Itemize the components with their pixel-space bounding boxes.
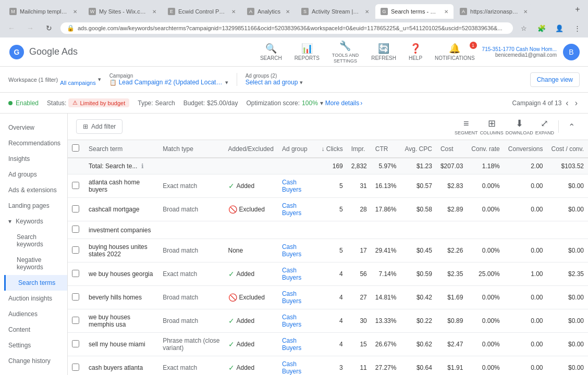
sidebar-item-search-terms[interactable]: Search terms: [4, 275, 67, 291]
extensions-button[interactable]: 🧩: [535, 21, 548, 35]
row-checkbox-1[interactable]: [72, 205, 79, 213]
browser-tab-6[interactable]: GSearch terms - Ce...✕: [375, 4, 454, 19]
ad-group-link[interactable]: Cash Buyers: [282, 202, 301, 217]
bookmark-button[interactable]: ☆: [517, 21, 531, 35]
browser-tab-2[interactable]: WMy Sites - Wix.com✕: [83, 4, 162, 19]
sidebar-item-ads-extensions[interactable]: Ads & extensions: [0, 182, 67, 198]
sidebar-item-content[interactable]: Content: [0, 322, 67, 338]
row-checkbox-7[interactable]: [72, 340, 79, 347]
address-bar[interactable]: 🔒 ads.google.com/aw/keywords/searchterms…: [60, 22, 513, 34]
segment-button[interactable]: ≡ SEGMENT: [455, 118, 478, 135]
next-campaign-button[interactable]: ›: [573, 96, 580, 110]
sidebar-item-change-history[interactable]: Change history: [0, 353, 67, 369]
ad-group-link[interactable]: Cash Buyers: [282, 314, 301, 328]
sidebar-item-ad-groups[interactable]: Ad groups: [0, 167, 67, 182]
row-checkbox-4[interactable]: [72, 270, 79, 277]
campaign-selector[interactable]: Campaign 📋 Lead Campaign #2 (Updated Loc…: [109, 73, 237, 86]
expand-button[interactable]: ⤢ EXPAND: [535, 118, 554, 135]
refresh-nav-button[interactable]: 🔄 REFRESH: [366, 40, 401, 64]
tab-close-6[interactable]: ✕: [444, 9, 448, 15]
header-clicks[interactable]: ↓ Clicks: [317, 140, 347, 158]
browser-tab-3[interactable]: EEcwid Control Pan...✕: [163, 4, 241, 19]
search-term-cell: we buy houses georgia: [84, 262, 158, 286]
tools-nav-button[interactable]: 🔧 TOOLS ANDSETTINGS: [327, 37, 364, 67]
avg-cpc-cell: $0.64: [400, 356, 436, 376]
row-checkbox-5[interactable]: [72, 293, 79, 301]
collapse-button[interactable]: ⌃: [563, 118, 580, 135]
prev-campaign-button[interactable]: ‹: [564, 96, 570, 110]
columns-button[interactable]: ⊞ COLUMNS: [480, 118, 504, 135]
sidebar-item-audiences[interactable]: Audiences: [0, 306, 67, 322]
add-filter-button[interactable]: ⊞ Add filter: [76, 119, 123, 134]
sidebar-item-overview[interactable]: Overview: [0, 120, 67, 135]
back-button[interactable]: ←: [4, 21, 19, 35]
tab-close-2[interactable]: ✕: [152, 9, 156, 15]
tab-close-4[interactable]: ✕: [286, 9, 290, 15]
header-conv-rate[interactable]: Conv. rate: [467, 140, 504, 158]
header-cost[interactable]: Cost: [436, 140, 467, 158]
row-checkbox-0[interactable]: [72, 182, 79, 189]
help-nav-icon: ❓: [410, 43, 421, 54]
tab-close-1[interactable]: ✕: [73, 9, 77, 15]
header-cost-per-conv[interactable]: Cost / conv.: [547, 140, 589, 158]
cost-cell: $1.91: [436, 356, 467, 376]
sidebar-item-insights[interactable]: Insights: [0, 151, 67, 167]
added-excluded-cell: ✓Added: [224, 262, 278, 286]
total-help-icon[interactable]: ℹ: [141, 162, 144, 170]
header-ctr[interactable]: CTR: [371, 140, 401, 158]
header-conversions[interactable]: Conversions: [504, 140, 547, 158]
show-more-button[interactable]: + Show more ●: [0, 371, 67, 375]
cost-cell: $2.35: [436, 262, 467, 286]
header-avg-cpc[interactable]: Avg. CPC: [400, 140, 436, 158]
reports-nav-button[interactable]: 📊 REPORTS: [289, 40, 325, 64]
row-checkbox-2[interactable]: [72, 226, 79, 233]
forward-button[interactable]: →: [23, 21, 38, 35]
select-all-checkbox[interactable]: [72, 144, 79, 152]
sidebar-item-landing-pages[interactable]: Landing pages: [0, 198, 67, 214]
adgroup-selector[interactable]: Ad groups (2) Select an ad group ▾: [246, 73, 303, 86]
browser-tab-5[interactable]: SActivity Stream | C...✕: [296, 4, 374, 19]
ad-group-link[interactable]: Cash Buyers: [282, 179, 301, 193]
ad-group-link[interactable]: Cash Buyers: [282, 360, 301, 375]
clicks-cell: 5: [317, 198, 347, 221]
notifications-button[interactable]: 🔔 1 NOTIFICATIONS: [430, 40, 480, 64]
ad-group-link[interactable]: Cash Buyers: [282, 290, 301, 305]
avatar[interactable]: B: [563, 44, 580, 60]
profile-button[interactable]: 👤: [553, 21, 566, 35]
reload-button[interactable]: ↻: [42, 21, 56, 35]
row-checkbox-3[interactable]: [72, 246, 79, 254]
ad-group-link[interactable]: Cash Buyers: [282, 267, 301, 281]
row-checkbox-8[interactable]: [72, 364, 79, 371]
help-nav-button[interactable]: ❓ HELP: [403, 40, 427, 64]
sidebar-item-negative-keywords[interactable]: Negative keywords: [4, 252, 67, 275]
header-impressions[interactable]: Impr.: [347, 140, 371, 158]
sidebar-item-keywords[interactable]: ▾ Keywords: [0, 214, 67, 229]
sidebar-item-settings[interactable]: Settings: [0, 338, 67, 353]
more-details-link[interactable]: More details ›: [325, 99, 362, 107]
all-campaigns-link[interactable]: All campaigns: [60, 80, 95, 86]
download-button[interactable]: ⬇ DOWNLOAD: [506, 118, 533, 135]
workspace-selector[interactable]: Workspace (1 filter) All campaigns ▾: [8, 73, 101, 86]
browser-tab-4[interactable]: AAnalytics✕: [242, 4, 295, 19]
tab-close-7[interactable]: ✕: [523, 9, 528, 15]
tab-close-3[interactable]: ✕: [231, 9, 236, 15]
ad-group-link[interactable]: Cash Buyers: [282, 243, 301, 258]
row-checkbox-cell: [68, 286, 84, 309]
browser-tab-1[interactable]: MMailchimp templat...✕: [4, 4, 82, 19]
new-tab-button[interactable]: +: [571, 3, 584, 16]
browser-addressbar: ← → ↻ 🔒 ads.google.com/aw/keywords/searc…: [0, 19, 588, 38]
menu-button[interactable]: ⋮: [570, 21, 584, 35]
change-view-button[interactable]: Change view: [530, 72, 580, 87]
adgroup-dropdown-icon: ▾: [300, 79, 303, 86]
sidebar-item-auction-insights[interactable]: Auction insights: [0, 291, 67, 306]
table-body: Total: Search te... ℹ 169 2,832 5.97% $1…: [68, 158, 588, 375]
browser-tab-7[interactable]: Ahttps://arizonaspo...✕: [455, 4, 533, 19]
tab-close-5[interactable]: ✕: [365, 9, 369, 15]
sidebar-item-search-keywords[interactable]: Search keywords: [4, 229, 67, 252]
account-info[interactable]: 715-351-1770 Cash Now Hom... benicemedia…: [482, 46, 557, 58]
reports-nav-icon: 📊: [301, 43, 313, 54]
row-checkbox-6[interactable]: [72, 317, 79, 324]
ad-group-link[interactable]: Cash Buyers: [282, 337, 301, 352]
sidebar-item-recommendations[interactable]: Recommendations: [0, 135, 67, 151]
search-nav-button[interactable]: 🔍 SEARCH: [255, 40, 287, 64]
